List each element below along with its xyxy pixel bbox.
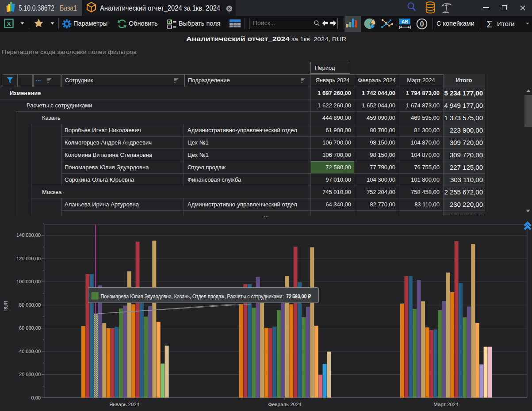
svg-text:AB: AB — [402, 19, 409, 24]
svg-text:Аналитический отчет_2024: Аналитический отчет_2024 — [186, 35, 290, 42]
svg-text:Январь 2024: Январь 2024 — [109, 402, 140, 407]
svg-text:140 000,00: 140 000,00 — [16, 232, 41, 238]
svg-text:Март 2024: Март 2024 — [433, 402, 459, 407]
svg-text:80 000,00: 80 000,00 — [19, 302, 41, 308]
svg-text:60 000,00: 60 000,00 — [19, 325, 41, 331]
svg-text:Перетащите сюда заголовки поле: Перетащите сюда заголовки полей фильтров — [2, 49, 137, 55]
svg-text:0: 0 — [420, 20, 424, 28]
svg-text:5.10.0.38672: 5.10.0.38672 — [19, 4, 54, 12]
svg-text:Аналитический отчет_2024 за 1к: Аналитический отчет_2024 за 1кв. 2024 — [100, 4, 220, 12]
svg-text:База1: База1 — [60, 4, 77, 12]
svg-text:40 000,00: 40 000,00 — [19, 349, 41, 354]
svg-text:100 000,00: 100 000,00 — [16, 279, 41, 284]
svg-text:0,00: 0,00 — [31, 395, 41, 400]
svg-text:X: X — [7, 20, 11, 27]
svg-text:120 000,00: 120 000,00 — [16, 256, 41, 261]
svg-text:20 000,00: 20 000,00 — [19, 372, 41, 377]
svg-text:RUR: RUR — [3, 301, 8, 312]
svg-text:за 1кв. 2024, RUR: за 1кв. 2024, RUR — [291, 36, 346, 42]
svg-text:72 580,00 ₽: 72 580,00 ₽ — [286, 293, 311, 300]
svg-text:Февраль 2024: Февраль 2024 — [268, 402, 302, 407]
svg-text:Пономарева Юлия Эдуардовна, Ка: Пономарева Юлия Эдуардовна, Казань, Отде… — [101, 293, 284, 300]
